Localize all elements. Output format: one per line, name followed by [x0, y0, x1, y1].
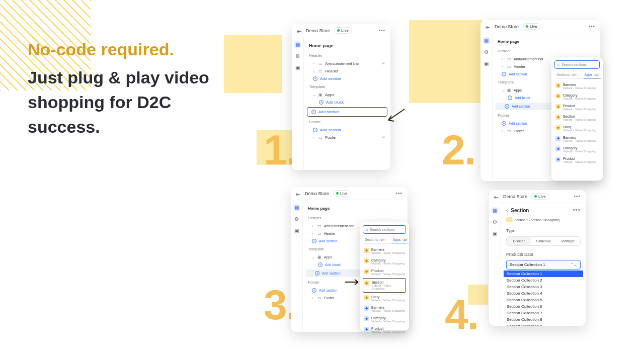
- tab-sections[interactable]: Sections17: [555, 71, 579, 78]
- window-bar: Demo Store Live •••: [292, 24, 390, 37]
- seg-border[interactable]: Border: [507, 237, 531, 245]
- apps-rail-icon[interactable]: ▣: [294, 64, 301, 71]
- app-option-section[interactable]: ◆SectionVideoIt - Video Shopping: [554, 113, 600, 123]
- exit-icon[interactable]: [494, 194, 499, 199]
- settings-rail-icon[interactable]: ⚙: [293, 216, 300, 222]
- apps-rail-icon[interactable]: ▣: [483, 60, 490, 67]
- settings-rail-icon[interactable]: ⚙: [492, 219, 498, 225]
- app-option-banners[interactable]: ◆BannersVideoIt - Video Shopping: [363, 246, 406, 256]
- add-block-link[interactable]: +Add block: [304, 99, 390, 106]
- app-option-category[interactable]: ◆CategoryVideoIt - Video Shopping: [363, 314, 406, 325]
- app-option-product[interactable]: ◆ProductVideoIt - Video Shopping: [363, 267, 406, 278]
- sections-rail-icon[interactable]: ▦: [483, 37, 490, 44]
- apps-rail-icon[interactable]: ▣: [492, 230, 498, 237]
- tree-row-apps[interactable]: ⌄▣Apps: [304, 91, 390, 99]
- app-option-category[interactable]: ◆CategoryVideoIt - Video Shopping: [554, 144, 600, 155]
- tab-sections[interactable]: Sections17: [364, 236, 387, 243]
- dropdown-option[interactable]: Section Collection 8: [504, 316, 583, 323]
- dropdown-option[interactable]: Section Collection 3: [504, 284, 583, 290]
- editor-panel-1: Demo Store Live ••• ▦ ⚙ ▣ Home page Head…: [292, 24, 390, 170]
- dropdown-option[interactable]: Section Collection 6: [504, 303, 583, 310]
- app-option-category[interactable]: ◆CategoryVideoIt - Video Shopping: [554, 92, 600, 102]
- app-option-product[interactable]: ◆ProductVideoIt - Video Shopping: [554, 155, 600, 165]
- sections-rail-icon[interactable]: ▦: [492, 207, 498, 214]
- tab-apps[interactable]: Apps10: [392, 236, 410, 243]
- dropdown-option[interactable]: Section Collection 9: [504, 323, 583, 326]
- sections-rail-icon[interactable]: ▦: [294, 41, 301, 48]
- app-option-category[interactable]: ◆CategoryVideoIt - Video Shopping: [363, 256, 406, 267]
- settings-rail-icon[interactable]: ⚙: [294, 53, 301, 59]
- store-name: Demo Store: [305, 191, 329, 196]
- add-section-link[interactable]: +Add section: [304, 75, 390, 82]
- store-name: Demo Store: [495, 24, 519, 29]
- page-title: Home page: [303, 203, 408, 214]
- app-option-story[interactable]: ◆StoryVideoIt - Video Shopping: [554, 123, 600, 134]
- app-option-product[interactable]: ◆ProductVideoIt - Video Shopping: [363, 325, 406, 335]
- app-option-banners[interactable]: ◆BannersVideoIt - Video Shopping: [554, 81, 600, 92]
- type-segmented[interactable]: Border Shadow Vintage: [506, 236, 581, 246]
- live-badge: Live: [334, 27, 352, 34]
- window-bar: Demo Store Live •••: [291, 187, 408, 200]
- section-title: Section: [511, 208, 529, 213]
- more-icon[interactable]: •••: [378, 28, 385, 33]
- section-tree: Home page Header ›▭Announcement bar👁 ›▭H…: [304, 37, 390, 170]
- more-icon[interactable]: •••: [574, 194, 581, 199]
- headline-accent: No-code required.: [28, 38, 239, 61]
- app-option-banners[interactable]: ◆BannersVideoIt - Video Shopping: [363, 304, 406, 314]
- window-bar: Demo Store Live •••: [489, 190, 586, 203]
- more-icon[interactable]: •••: [395, 191, 403, 196]
- sidebar-rail: ▦ ⚙ ▣: [291, 200, 303, 332]
- page-title: Home page: [493, 36, 600, 47]
- sidebar-rail: ▦ ⚙ ▣: [292, 37, 304, 170]
- sections-rail-icon[interactable]: ▦: [293, 204, 300, 211]
- exit-icon[interactable]: [296, 191, 301, 196]
- group-footer: Footer: [304, 118, 390, 126]
- search-sections-popover: Search sections Sections17 Apps10 ◆Banne…: [360, 222, 409, 330]
- search-input[interactable]: Search sections: [363, 225, 406, 234]
- dropdown-option[interactable]: Section Collection 5: [504, 297, 583, 303]
- group-header: Header: [493, 47, 600, 55]
- seg-vintage[interactable]: Vintage: [555, 237, 580, 245]
- visibility-icon[interactable]: 👁: [381, 61, 385, 66]
- tree-row-footer[interactable]: ›▭Footer👁: [304, 134, 390, 141]
- section-more-icon[interactable]: •••: [573, 207, 581, 214]
- collection-dropdown: Section Collection 1Section Collection 2…: [504, 270, 583, 326]
- settings-rail-icon[interactable]: ⚙: [483, 49, 490, 55]
- collection-select[interactable]: Section Collection 1⌃⌄: [506, 260, 581, 269]
- arrow-indicator: [344, 278, 361, 286]
- dropdown-option[interactable]: Section Collection 4: [504, 290, 583, 297]
- headline-body: Just plug & play video shopping for D2C …: [28, 65, 239, 140]
- group-template: Template: [304, 82, 390, 91]
- popover-tabs: Sections17 Apps10: [555, 71, 599, 79]
- exit-icon[interactable]: [297, 28, 302, 33]
- seg-shadow[interactable]: Shadow: [531, 237, 556, 245]
- search-input[interactable]: Search sections: [554, 60, 600, 69]
- store-name: Demo Store: [503, 194, 527, 199]
- add-section-highlighted[interactable]: +Add section: [307, 107, 387, 117]
- back-icon[interactable]: ‹: [506, 208, 508, 213]
- section-header: ‹ Section •••: [501, 203, 586, 217]
- more-icon[interactable]: •••: [588, 24, 595, 29]
- window-bar: Demo Store Live •••: [480, 20, 600, 33]
- tree-row-header[interactable]: ›▭Header: [304, 67, 390, 75]
- live-badge: Live: [333, 190, 351, 197]
- dropdown-option[interactable]: Section Collection 1: [504, 270, 583, 277]
- bg-block: [409, 20, 482, 103]
- exit-icon[interactable]: [486, 24, 491, 29]
- page-title: Home page: [304, 40, 390, 51]
- app-option-product[interactable]: ◆ProductVideoIt - Video Shopping: [554, 102, 600, 113]
- apps-rail-icon[interactable]: ▣: [293, 227, 300, 234]
- app-option-banners[interactable]: ◆BannersVideoIt - Video Shopping: [554, 134, 600, 144]
- dropdown-option[interactable]: Section Collection 7: [504, 310, 583, 316]
- app-option-story[interactable]: ◆StoryVideoIt - Video Shopping: [363, 293, 406, 304]
- visibility-icon[interactable]: 👁: [381, 135, 385, 140]
- sidebar-rail: ▦ ⚙ ▣: [489, 203, 501, 326]
- tree-row-announcement[interactable]: ›▭Announcement bar👁: [304, 60, 390, 67]
- search-sections-popover: Search sections Sections17 Apps10 ◆Banne…: [551, 57, 603, 180]
- step-number-2: 2.: [442, 126, 475, 174]
- app-option-section[interactable]: ◆SectionVideoIt - Video Shopping: [363, 278, 406, 293]
- apps-list: ◆BannersVideoIt - Video Shopping◆Categor…: [554, 81, 600, 165]
- dropdown-option[interactable]: Section Collection 2: [504, 277, 583, 284]
- tab-apps[interactable]: Apps10: [584, 71, 601, 78]
- add-section-link[interactable]: +Add section: [304, 126, 390, 134]
